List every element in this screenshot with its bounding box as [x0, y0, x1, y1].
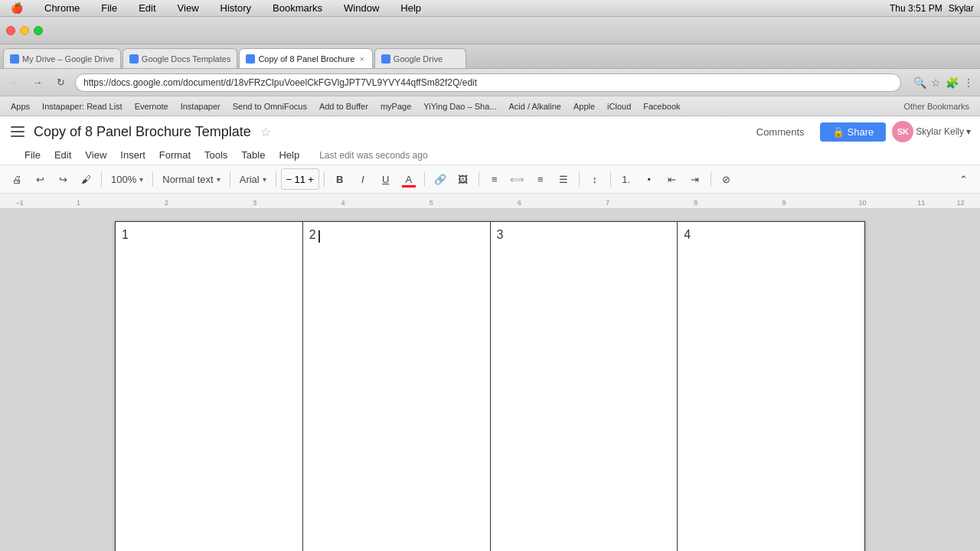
star-button[interactable]: ☆	[260, 125, 271, 139]
justify-button[interactable]: ☰	[553, 168, 574, 190]
search-icon[interactable]: 🔍	[913, 77, 926, 89]
panel-2[interactable]: 2	[302, 222, 490, 552]
underline-button[interactable]: U	[375, 168, 397, 190]
collapse-toolbar-button[interactable]: ⌃	[952, 168, 974, 190]
tab-drive1[interactable]: My Drive – Google Drive	[3, 48, 121, 68]
ruler-mark-6: 6	[518, 199, 521, 207]
bookmark-mypage[interactable]: myPage	[376, 100, 416, 112]
bookmark-apps[interactable]: Apps	[6, 100, 34, 112]
ruler-mark-10: 10	[858, 199, 866, 207]
font-size-increase[interactable]: +	[308, 174, 314, 185]
align-center-button[interactable]: ⟺	[507, 168, 528, 190]
undo-button[interactable]: ↩	[29, 168, 51, 190]
numbered-list-button[interactable]: 1.	[616, 168, 637, 190]
image-button[interactable]: 🖼	[452, 168, 474, 190]
bulleted-list-button[interactable]: •	[639, 168, 660, 190]
address-bar[interactable]: https://docs.google.com/document/d/18vFR…	[75, 73, 901, 92]
tab-drive2[interactable]: Google Drive	[374, 48, 466, 68]
maximize-button[interactable]	[34, 26, 43, 35]
docs-menu-insert[interactable]: Insert	[114, 147, 152, 163]
bookmark-yiying-label: YiYing Dao – Sha...	[423, 102, 496, 111]
close-button[interactable]	[6, 26, 15, 35]
zoom-chevron-icon: ▾	[139, 175, 143, 184]
user-profile[interactable]: SK Skylar Kelly ▾	[892, 121, 971, 142]
align-left-button[interactable]: ≡	[484, 168, 505, 190]
separator-3	[230, 171, 230, 187]
increase-indent-button[interactable]: ⇥	[684, 168, 706, 190]
comments-button[interactable]: Comments	[747, 122, 814, 142]
bookmark-acid[interactable]: Acid / Alkaline	[504, 100, 565, 112]
bookmark-apple[interactable]: Apple	[569, 100, 599, 112]
style-dropdown[interactable]: Normal text ▾	[158, 168, 224, 190]
bookmark-buffer[interactable]: Add to Buffer	[315, 100, 373, 112]
docs-menu-file[interactable]: File	[18, 147, 47, 163]
bookmark-facebook[interactable]: Facebook	[639, 100, 684, 112]
file-menu[interactable]: File	[96, 1, 122, 15]
redo-button[interactable]: ↪	[52, 168, 74, 190]
bold-button[interactable]: B	[329, 168, 351, 190]
window-menu[interactable]: Window	[339, 1, 384, 15]
paint-format-button[interactable]: 🖌	[75, 168, 96, 190]
align-right-button[interactable]: ≡	[530, 168, 551, 190]
separator-10	[710, 171, 711, 187]
refresh-button[interactable]: ↻	[52, 74, 69, 91]
tab-close-brochure[interactable]: ×	[358, 54, 365, 64]
panel-1[interactable]: 1	[116, 222, 303, 552]
docs-menu-help[interactable]: Help	[273, 147, 305, 163]
font-dropdown[interactable]: Arial ▾	[235, 168, 271, 190]
bookmark-icloud[interactable]: iCloud	[603, 100, 635, 112]
link-button[interactable]: 🔗	[430, 168, 451, 190]
bookmark-instapaper-label: Instapaper: Read List	[42, 102, 122, 111]
decrease-indent-button[interactable]: ⇤	[662, 168, 683, 190]
menu-icon[interactable]: ⋮	[963, 77, 974, 89]
edit-menu[interactable]: Edit	[134, 1, 160, 15]
font-size-decrease[interactable]: −	[286, 174, 292, 185]
tab-templates[interactable]: Google Docs Templates	[122, 48, 238, 68]
docs-container: Copy of 8 Panel Brochure Template ☆ Comm…	[0, 116, 980, 551]
table-row: 1 2 3 4	[116, 222, 865, 552]
help-menu[interactable]: Help	[396, 1, 426, 15]
chrome-menu[interactable]: Chrome	[40, 1, 84, 15]
tab-brochure[interactable]: Copy of 8 Panel Brochure ×	[239, 48, 372, 68]
bookmark-instapaper[interactable]: Instapaper: Read List	[38, 100, 127, 112]
text-color-indicator	[402, 185, 416, 187]
bookmark-instapaper2[interactable]: Instapaper	[176, 100, 225, 112]
separator-1	[101, 171, 102, 187]
bookmarks-menu[interactable]: Bookmarks	[268, 1, 327, 15]
separator-4	[276, 171, 276, 187]
apple-menu[interactable]: 🍎	[6, 1, 28, 15]
bookmark-omnifocus[interactable]: Send to OmniFocus	[228, 100, 312, 112]
extensions-icon[interactable]: 🧩	[946, 77, 959, 89]
hamburger-menu[interactable]	[9, 122, 28, 141]
page-content[interactable]: 1 2 3 4	[115, 221, 865, 551]
share-button[interactable]: 🔒 Share	[820, 122, 887, 142]
docs-title-row: Copy of 8 Panel Brochure Template ☆ Comm…	[9, 121, 971, 142]
docs-menu-tools[interactable]: Tools	[198, 147, 234, 163]
line-spacing-button[interactable]: ↕	[584, 168, 606, 190]
back-button[interactable]: ←	[6, 74, 23, 91]
panel-4[interactable]: 4	[678, 222, 865, 552]
clear-formatting-button[interactable]: ⊘	[716, 168, 737, 190]
document-title[interactable]: Copy of 8 Panel Brochure Template	[34, 124, 251, 140]
star-icon[interactable]: ☆	[931, 77, 941, 89]
bookmark-instapaper2-label: Instapaper	[181, 102, 220, 111]
history-menu[interactable]: History	[216, 1, 256, 15]
docs-menu-table[interactable]: Table	[235, 147, 271, 163]
bookmark-evernote[interactable]: Evernote	[130, 100, 173, 112]
document-canvas[interactable]: 1 2 3 4	[0, 209, 980, 551]
panel-3[interactable]: 3	[490, 222, 678, 552]
italic-button[interactable]: I	[352, 168, 374, 190]
docs-menu-view[interactable]: View	[79, 147, 113, 163]
docs-menu-format[interactable]: Format	[153, 147, 197, 163]
zoom-dropdown[interactable]: 100% ▾	[106, 168, 148, 190]
text-color-button[interactable]: A	[398, 168, 420, 190]
minimize-button[interactable]	[20, 26, 29, 35]
docs-menu-edit[interactable]: Edit	[48, 147, 77, 163]
forward-button[interactable]: →	[29, 74, 46, 91]
print-button[interactable]: 🖨	[6, 168, 28, 190]
view-menu[interactable]: View	[173, 1, 204, 15]
panel-4-number: 4	[684, 228, 691, 241]
bookmark-yiying[interactable]: YiYing Dao – Sha...	[419, 100, 501, 112]
font-size-control[interactable]: − 11 +	[281, 168, 319, 190]
bookmark-other[interactable]: Other Bookmarks	[899, 100, 974, 112]
